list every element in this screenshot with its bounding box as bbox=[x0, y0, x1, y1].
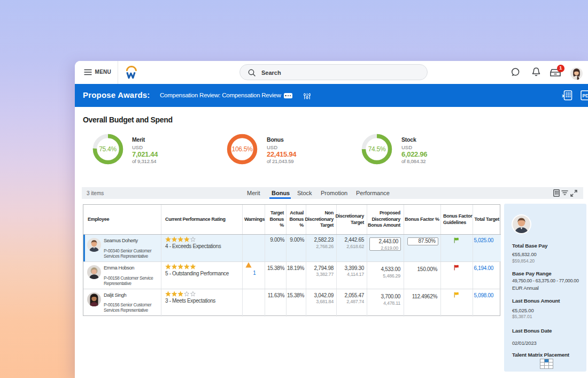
svg-text:x: x bbox=[562, 92, 565, 98]
svg-text:PDF: PDF bbox=[583, 93, 588, 98]
